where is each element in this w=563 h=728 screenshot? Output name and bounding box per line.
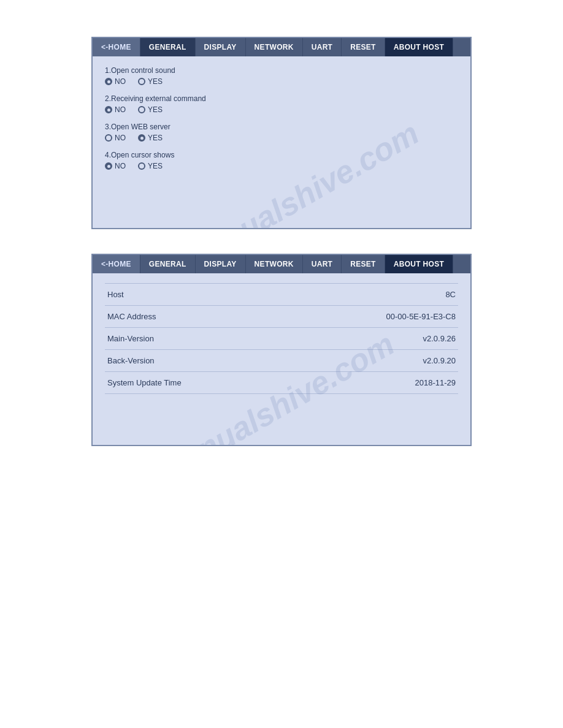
radio-circle-yes-4 xyxy=(138,162,145,170)
tab-reset-2[interactable]: RESET xyxy=(342,255,385,273)
tab-network-1[interactable]: NETWORK xyxy=(246,38,303,56)
tab-uart-1[interactable]: UART xyxy=(303,38,342,56)
radio-label-yes-4: YES xyxy=(148,162,163,170)
panel1: <-HOME GENERAL DISPLAY NETWORK UART RESE… xyxy=(91,37,472,229)
radio-yes-1[interactable]: YES xyxy=(138,77,163,86)
setting-label-4: 4.Open cursor shows xyxy=(105,151,458,159)
tab-home-2[interactable]: <-HOME xyxy=(93,255,140,273)
info-value-update-time: 2018-11-29 xyxy=(415,378,456,387)
info-label-update-time: System Update Time xyxy=(107,378,182,387)
radio-no-2[interactable]: NO xyxy=(105,105,126,114)
radio-label-no-4: NO xyxy=(115,162,126,170)
radio-circle-no-4 xyxy=(105,162,112,170)
tab-display-2[interactable]: DISPLAY xyxy=(196,255,246,273)
info-label-main-version: Main-Version xyxy=(107,334,154,343)
info-row-mac: MAC Address 00-00-5E-91-E3-C8 xyxy=(105,306,458,328)
setting-receiving-external: 2.Receiving external command NO YES xyxy=(105,94,458,114)
radio-circle-yes-2 xyxy=(138,106,145,113)
panel1-tab-bar: <-HOME GENERAL DISPLAY NETWORK UART RESE… xyxy=(93,38,470,56)
radio-label-yes-3: YES xyxy=(148,134,163,142)
tab-reset-1[interactable]: RESET xyxy=(342,38,385,56)
setting-open-control-sound: 1.Open control sound NO YES xyxy=(105,66,458,86)
tab-general-1[interactable]: GENERAL xyxy=(140,38,196,56)
radio-yes-4[interactable]: YES xyxy=(138,162,163,170)
info-row-back-version: Back-Version v2.0.9.20 xyxy=(105,350,458,372)
radio-circle-yes-3 xyxy=(138,134,145,142)
setting-label-1: 1.Open control sound xyxy=(105,66,458,75)
info-value-back-version: v2.0.9.20 xyxy=(423,356,456,365)
panel2-tab-bar: <-HOME GENERAL DISPLAY NETWORK UART RESE… xyxy=(93,255,470,273)
info-label-mac: MAC Address xyxy=(107,312,156,321)
info-row-host: Host 8C xyxy=(105,283,458,306)
info-label-host: Host xyxy=(107,290,124,299)
setting-open-web-server: 3.Open WEB server NO YES xyxy=(105,123,458,142)
tab-general-2[interactable]: GENERAL xyxy=(140,255,196,273)
setting-label-3: 3.Open WEB server xyxy=(105,123,458,131)
radio-label-no-1: NO xyxy=(115,77,126,86)
tab-about-host-2[interactable]: ABOUT HOST xyxy=(385,255,453,273)
info-value-main-version: v2.0.9.26 xyxy=(423,334,456,343)
info-row-update-time: System Update Time 2018-11-29 xyxy=(105,372,458,394)
radio-label-yes-1: YES xyxy=(148,77,163,86)
radio-yes-2[interactable]: YES xyxy=(138,105,163,114)
panel2-content: Host 8C MAC Address 00-00-5E-91-E3-C8 Ma… xyxy=(93,273,470,445)
panel2: <-HOME GENERAL DISPLAY NETWORK UART RESE… xyxy=(91,254,472,446)
setting-label-2: 2.Receiving external command xyxy=(105,94,458,103)
setting-open-cursor: 4.Open cursor shows NO YES xyxy=(105,151,458,170)
info-label-back-version: Back-Version xyxy=(107,356,155,365)
radio-yes-3[interactable]: YES xyxy=(138,134,163,142)
panel1-content: 1.Open control sound NO YES 2.Receiving … xyxy=(93,56,470,228)
tab-network-2[interactable]: NETWORK xyxy=(246,255,303,273)
radio-circle-yes-1 xyxy=(138,78,145,85)
radio-group-3: NO YES xyxy=(105,134,458,142)
radio-no-4[interactable]: NO xyxy=(105,162,126,170)
panel1-wrapper: <-HOME GENERAL DISPLAY NETWORK UART RESE… xyxy=(91,37,472,229)
info-value-mac: 00-00-5E-91-E3-C8 xyxy=(386,312,456,321)
radio-no-1[interactable]: NO xyxy=(105,77,126,86)
radio-label-no-3: NO xyxy=(115,134,126,142)
radio-label-no-2: NO xyxy=(115,105,126,114)
radio-circle-no-1 xyxy=(105,78,112,85)
radio-circle-no-3 xyxy=(105,134,112,142)
tab-display-1[interactable]: DISPLAY xyxy=(196,38,246,56)
info-value-host: 8C xyxy=(445,290,456,299)
radio-circle-no-2 xyxy=(105,106,112,113)
tab-home-1[interactable]: <-HOME xyxy=(93,38,140,56)
radio-no-3[interactable]: NO xyxy=(105,134,126,142)
tab-about-host-1[interactable]: ABOUT HOST xyxy=(385,38,453,56)
radio-label-yes-2: YES xyxy=(148,105,163,114)
radio-group-4: NO YES xyxy=(105,162,458,170)
radio-group-2: NO YES xyxy=(105,105,458,114)
tab-uart-2[interactable]: UART xyxy=(303,255,342,273)
radio-group-1: NO YES xyxy=(105,77,458,86)
panel2-wrapper: <-HOME GENERAL DISPLAY NETWORK UART RESE… xyxy=(91,254,472,446)
info-row-main-version: Main-Version v2.0.9.26 xyxy=(105,328,458,350)
